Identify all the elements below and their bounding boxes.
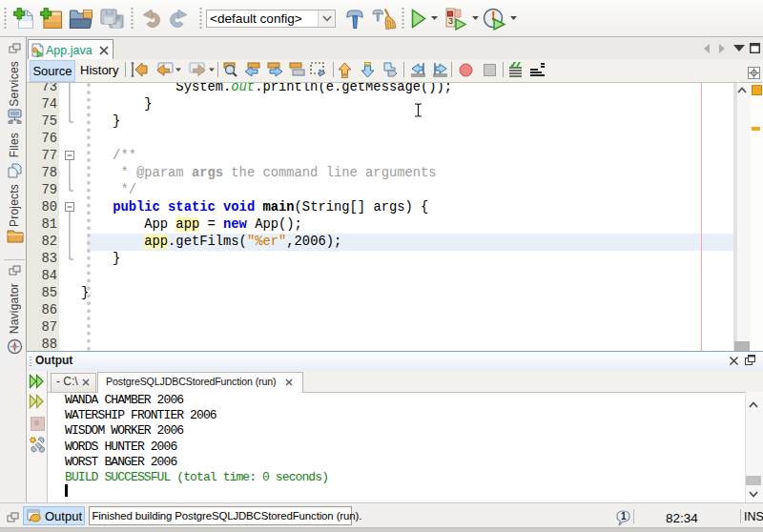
svg-text:3: 3	[448, 16, 453, 26]
svg-text:1: 1	[621, 511, 627, 522]
